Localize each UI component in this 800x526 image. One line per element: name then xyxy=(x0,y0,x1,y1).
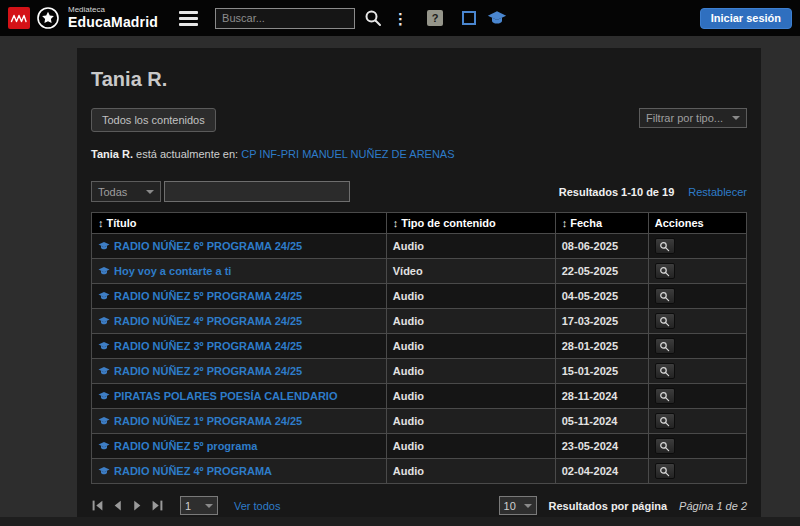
kebab-menu-icon[interactable]: ⋮ xyxy=(391,11,410,26)
filter-type-select[interactable]: Filtrar por tipo... xyxy=(639,108,747,128)
row-actions-cell xyxy=(648,434,746,459)
row-title-cell: RADIO NÚÑEZ 3º PROGRAMA 24/25 xyxy=(92,334,387,359)
page-info: Página 1 de 2 xyxy=(679,500,747,512)
row-actions-cell xyxy=(648,384,746,409)
pagination-left-group: 1 Ver todos xyxy=(91,496,280,515)
next-page-icon[interactable] xyxy=(131,499,144,512)
row-title-cell: RADIO NÚÑEZ 4º PROGRAMA 24/25 xyxy=(92,309,387,334)
location-school-link[interactable]: CP INF-PRI MANUEL NUÑEZ DE ARENAS xyxy=(241,148,454,160)
row-title-link[interactable]: RADIO NÚÑEZ 1º PROGRAMA 24/25 xyxy=(114,415,302,427)
results-table-head: ↕Título ↕Tipo de contenido ↕Fecha Accion… xyxy=(92,213,747,234)
chevron-down-icon xyxy=(146,190,154,194)
row-actions-cell xyxy=(648,409,746,434)
row-title-cell: RADIO NÚÑEZ 5º PROGRAMA 24/25 xyxy=(92,284,387,309)
row-title-link[interactable]: RADIO NÚÑEZ 4º PROGRAMA xyxy=(114,465,272,477)
pagination-row: 1 Ver todos 10 Resultados por página Pág… xyxy=(91,496,747,515)
menu-hamburger-icon[interactable] xyxy=(179,11,198,26)
preview-button[interactable] xyxy=(655,238,675,254)
current-location-line: Tania R. está actualmente en: CP INF-PRI… xyxy=(91,148,747,160)
column-header-type[interactable]: ↕Tipo de contenido xyxy=(386,213,555,234)
table-row: Hoy voy a contarte a ti Vídeo 22-05-2025 xyxy=(92,259,747,284)
preview-button[interactable] xyxy=(655,338,675,354)
per-page-select-value: 10 xyxy=(504,500,516,512)
filter-type-select-value: Filtrar por tipo... xyxy=(646,112,723,124)
row-type-cell: Audio xyxy=(386,359,555,384)
per-page-label: Resultados por página xyxy=(549,500,668,512)
row-title-link[interactable]: RADIO NÚÑEZ 3º PROGRAMA 24/25 xyxy=(114,340,302,352)
location-user-name: Tania R. xyxy=(91,148,133,160)
row-type-cell: Audio xyxy=(386,459,555,484)
preview-button[interactable] xyxy=(655,288,675,304)
table-row: RADIO NÚÑEZ 5º PROGRAMA 24/25 Audio 04-0… xyxy=(92,284,747,309)
search-icon[interactable] xyxy=(364,9,382,27)
row-date-cell: 02-04-2024 xyxy=(555,459,648,484)
chevron-down-icon xyxy=(732,116,740,120)
preview-button[interactable] xyxy=(655,388,675,404)
preview-button[interactable] xyxy=(655,463,675,479)
educamadrid-cap-icon xyxy=(98,441,110,453)
row-title-link[interactable]: RADIO NÚÑEZ 5º PROGRAMA 24/25 xyxy=(114,290,302,302)
category-select[interactable]: Todas xyxy=(91,181,161,202)
all-contents-button[interactable]: Todos los contenidos xyxy=(91,108,216,132)
row-title-link[interactable]: Hoy voy a contarte a ti xyxy=(114,265,231,277)
last-page-icon[interactable] xyxy=(151,499,164,512)
row-type-cell: Audio xyxy=(386,309,555,334)
login-button[interactable]: Iniciar sesión xyxy=(700,8,792,29)
row-title-link[interactable]: RADIO NÚÑEZ 5º programa xyxy=(114,440,257,452)
actions-row: Todos los contenidos Filtrar por tipo... xyxy=(91,108,747,132)
sort-icon[interactable]: ↕ xyxy=(393,217,399,229)
table-row: RADIO NÚÑEZ 3º PROGRAMA 24/25 Audio 28-0… xyxy=(92,334,747,359)
brand-line2: EducaMadrid xyxy=(68,15,158,30)
row-date-cell: 28-01-2025 xyxy=(555,334,648,359)
row-title-link[interactable]: RADIO NÚÑEZ 2º PROGRAMA 24/25 xyxy=(114,365,302,377)
row-actions-cell xyxy=(648,259,746,284)
filter-text-input[interactable] xyxy=(164,181,350,202)
page-title: Tania R. xyxy=(91,68,747,91)
preview-button[interactable] xyxy=(655,263,675,279)
table-row: RADIO NÚÑEZ 2º PROGRAMA 24/25 Audio 15-0… xyxy=(92,359,747,384)
row-title-cell: RADIO NÚÑEZ 4º PROGRAMA xyxy=(92,459,387,484)
footer-strip xyxy=(0,517,800,526)
graduation-cap-icon[interactable] xyxy=(487,10,507,26)
preview-button[interactable] xyxy=(655,438,675,454)
per-page-select[interactable]: 10 xyxy=(499,496,537,515)
search-input[interactable] xyxy=(215,8,355,29)
preview-button[interactable] xyxy=(655,313,675,329)
table-row: RADIO NÚÑEZ 4º PROGRAMA Audio 02-04-2024 xyxy=(92,459,747,484)
preview-button[interactable] xyxy=(655,363,675,379)
row-title-cell: PIRATAS POLARES POESÍA CALENDARIO xyxy=(92,384,387,409)
sort-icon[interactable]: ↕ xyxy=(98,217,104,229)
page-select[interactable]: 1 xyxy=(180,496,218,515)
educamadrid-cap-icon xyxy=(98,466,110,478)
view-all-link[interactable]: Ver todos xyxy=(234,500,280,512)
row-title-cell: RADIO NÚÑEZ 2º PROGRAMA 24/25 xyxy=(92,359,387,384)
sort-icon[interactable]: ↕ xyxy=(562,217,568,229)
row-date-cell: 15-01-2025 xyxy=(555,359,648,384)
first-page-icon[interactable] xyxy=(91,499,104,512)
row-title-link[interactable]: PIRATAS POLARES POESÍA CALENDARIO xyxy=(114,390,337,402)
row-date-cell: 28-11-2024 xyxy=(555,384,648,409)
column-header-date[interactable]: ↕Fecha xyxy=(555,213,648,234)
educamadrid-cap-icon xyxy=(98,291,110,303)
square-outline-icon[interactable] xyxy=(462,11,476,25)
filter-row: Todas Resultados 1-10 de 19 Restablecer xyxy=(91,181,747,202)
column-header-title[interactable]: ↕Título xyxy=(92,213,387,234)
educamadrid-cap-icon xyxy=(98,266,110,278)
row-type-cell: Audio xyxy=(386,234,555,259)
previous-page-icon[interactable] xyxy=(111,499,124,512)
madrid-flag-icon xyxy=(8,7,30,29)
results-summary: Resultados 1-10 de 19 xyxy=(559,186,675,198)
brand-logo[interactable]: Mediateca EducaMadrid xyxy=(8,6,158,30)
table-row: RADIO NÚÑEZ 1º PROGRAMA 24/25 Audio 05-1… xyxy=(92,409,747,434)
top-header: Mediateca EducaMadrid ⋮ ? Iniciar sesión xyxy=(0,0,800,36)
row-title-cell: Hoy voy a contarte a ti xyxy=(92,259,387,284)
row-type-cell: Audio xyxy=(386,434,555,459)
reset-link[interactable]: Restablecer xyxy=(688,186,747,198)
table-row: RADIO NÚÑEZ 6º PROGRAMA 24/25 Audio 08-0… xyxy=(92,234,747,259)
row-title-link[interactable]: RADIO NÚÑEZ 6º PROGRAMA 24/25 xyxy=(114,240,302,252)
help-icon[interactable]: ? xyxy=(427,10,443,26)
row-title-link[interactable]: RADIO NÚÑEZ 4º PROGRAMA 24/25 xyxy=(114,315,302,327)
preview-button[interactable] xyxy=(655,413,675,429)
row-date-cell: 04-05-2025 xyxy=(555,284,648,309)
chevron-down-icon xyxy=(205,504,213,508)
